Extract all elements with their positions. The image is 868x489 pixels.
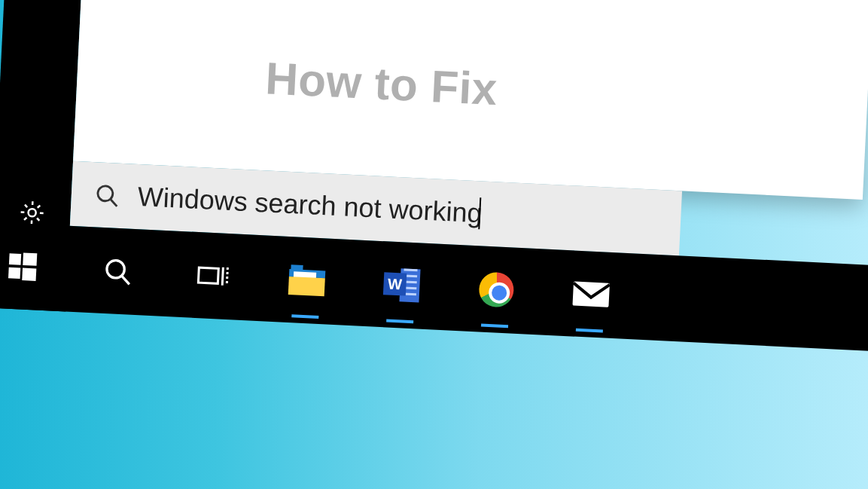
word-icon: W bbox=[382, 267, 420, 302]
chrome-icon bbox=[478, 271, 514, 307]
task-view-button[interactable] bbox=[192, 255, 233, 296]
taskbar-search-button[interactable] bbox=[97, 251, 138, 292]
svg-line-4 bbox=[111, 200, 117, 206]
svg-point-3 bbox=[97, 185, 113, 201]
chrome-button[interactable] bbox=[476, 269, 516, 310]
search-input-text[interactable]: Windows search not working bbox=[137, 181, 483, 229]
search-icon bbox=[93, 182, 120, 209]
svg-line-10 bbox=[122, 277, 129, 284]
file-explorer-button[interactable] bbox=[286, 260, 327, 301]
svg-rect-6 bbox=[23, 252, 37, 265]
mail-icon bbox=[571, 280, 611, 308]
search-icon bbox=[102, 255, 133, 287]
overlay-caption: How to Fix bbox=[264, 52, 498, 115]
windows-logo-icon bbox=[5, 249, 40, 284]
svg-rect-7 bbox=[8, 267, 20, 279]
svg-rect-5 bbox=[9, 253, 21, 264]
start-button[interactable] bbox=[2, 246, 43, 286]
file-explorer-icon bbox=[288, 264, 326, 296]
svg-line-13 bbox=[227, 267, 227, 286]
svg-line-12 bbox=[222, 267, 223, 286]
mail-button[interactable] bbox=[571, 274, 611, 314]
task-view-icon bbox=[193, 260, 231, 292]
word-button[interactable]: W bbox=[381, 264, 422, 305]
svg-point-0 bbox=[28, 209, 36, 217]
svg-point-9 bbox=[106, 260, 124, 278]
word-glyph: W bbox=[383, 272, 407, 295]
svg-rect-8 bbox=[22, 268, 36, 281]
svg-rect-11 bbox=[198, 267, 218, 283]
